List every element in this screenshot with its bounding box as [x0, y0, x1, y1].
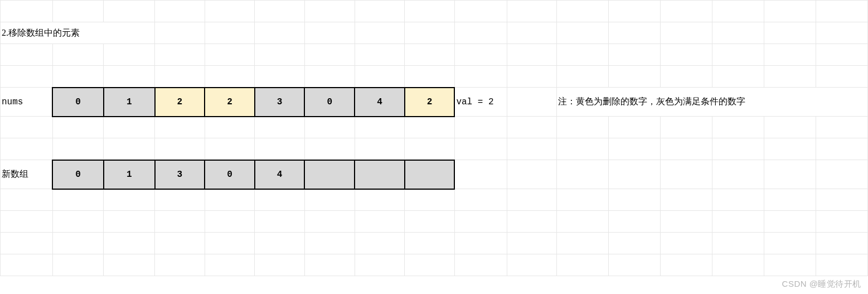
nums-cell-1: 1: [104, 88, 155, 117]
diagram-title: 2.移除数组中的元素: [1, 22, 155, 44]
label-new-array: 新数组: [1, 160, 53, 189]
new-cell-2: 3: [155, 160, 205, 189]
spreadsheet-grid: 2.移除数组中的元素 nums 0 1 2 2 3 0 4 2 val = 2 …: [0, 0, 868, 276]
new-cell-6: [355, 160, 405, 189]
new-cell-7: [405, 160, 455, 189]
new-cell-3: 0: [205, 160, 255, 189]
nums-cell-3: 2: [205, 88, 255, 117]
nums-cell-0: 0: [52, 88, 104, 117]
nums-cell-5: 0: [304, 88, 355, 117]
val-text: val = 2: [454, 88, 507, 117]
watermark-text: CSDN @睡觉待开机: [782, 279, 861, 290]
nums-cell-4: 3: [255, 88, 305, 117]
legend-note: 注：黄色为删除的数字，灰色为满足条件的数字: [556, 88, 867, 117]
label-nums: nums: [1, 88, 53, 117]
new-cell-0: 0: [52, 160, 104, 189]
new-cell-1: 1: [104, 160, 155, 189]
nums-cell-2: 2: [155, 88, 205, 117]
new-cell-5: [304, 160, 355, 189]
nums-cell-7: 2: [405, 88, 455, 117]
new-cell-4: 4: [255, 160, 305, 189]
nums-cell-6: 4: [355, 88, 405, 117]
